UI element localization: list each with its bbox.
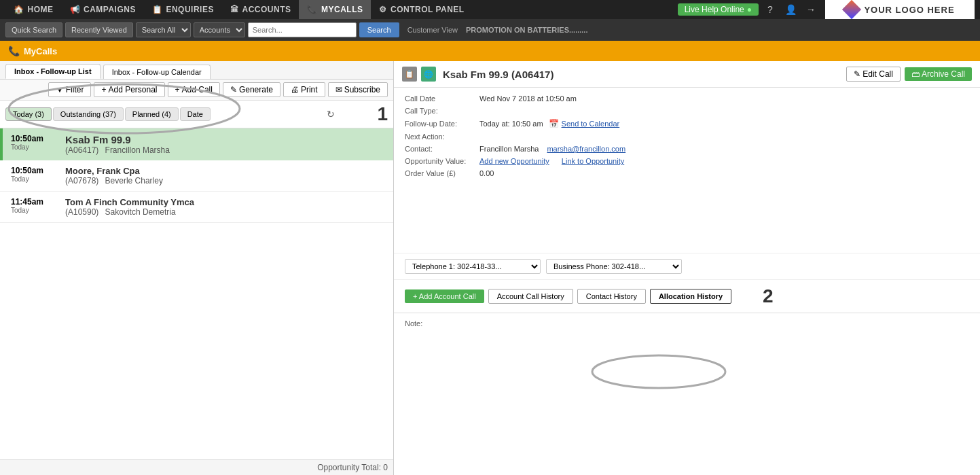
live-help-label: Live Help Online	[685, 5, 744, 14]
call-item-2-content: 10:50am Today Moore, Frank Cpa (A07678) …	[3, 160, 393, 191]
left-panel: Inbox - Follow-up List Inbox - Follow-up…	[0, 61, 394, 475]
call-sub-3: (A10590) Sakovitch Demetria	[65, 207, 194, 217]
search-go-button[interactable]: Search	[359, 22, 399, 37]
main-content: Inbox - Follow-up List Inbox - Follow-up…	[0, 61, 980, 475]
logo-diamond	[842, 0, 861, 19]
edit-icon: ✎	[854, 69, 860, 79]
account-icon-btn[interactable]: 📋	[402, 67, 417, 82]
customer-view-link[interactable]: Customer View	[407, 26, 458, 34]
nav-item-home[interactable]: 🏠 HOME	[5, 0, 62, 19]
phone1-select[interactable]: Telephone 1: 302-418-33...	[405, 259, 541, 274]
subtab-planned[interactable]: Planned (4)	[125, 107, 179, 121]
allocation-history-button[interactable]: Allocation History	[650, 289, 731, 304]
add-call-button[interactable]: + Add Call	[168, 82, 220, 97]
action-buttons-row: + Add Account Call Account Call History …	[394, 280, 980, 313]
search-bar: Quick Search Recently Viewed Search All …	[0, 19, 980, 41]
subtab-date[interactable]: Date	[180, 107, 211, 121]
left-action-bar: ▼ Filter + Add Personal + Add Call ✎ Gen…	[0, 80, 393, 101]
next-action-label: Next Action:	[405, 133, 479, 141]
nav-item-campaigns[interactable]: 📢 CAMPAIGNS	[62, 0, 144, 19]
call-item-3-content: 11:45am Today Tom A Finch Community Ymca…	[3, 192, 393, 222]
call-date-value: Wed Nov 7 2018 at 10:50 am	[479, 94, 577, 103]
call-time-1: 10:50am Today	[11, 134, 65, 151]
call-date-label: Call Date	[405, 94, 479, 103]
account-call-history-button[interactable]: Account Call History	[488, 289, 573, 304]
subtab-today[interactable]: Today (3)	[5, 107, 52, 121]
quick-search-button[interactable]: Quick Search	[5, 22, 62, 37]
call-sub-1: (A06417) Francillon Marsha	[65, 145, 170, 155]
send-to-calendar-link[interactable]: Send to Calendar	[562, 120, 620, 128]
phone2-select[interactable]: Business Phone: 302-418...	[546, 259, 682, 274]
call-item-1[interactable]: 10:50am Today Ksab Fm 99.9 (A06417) Fran…	[0, 128, 393, 160]
call-time-2: 10:50am Today	[11, 166, 65, 183]
right-panel: 📋 🌐 Ksab Fm 99.9 (A06417) ✎ Edit Call 🗃 …	[394, 61, 980, 475]
globe-icon-btn[interactable]: 🌐	[421, 67, 436, 82]
refresh-icon[interactable]: ↻	[327, 109, 335, 120]
detail-order-value: Order Value (£) 0.00	[405, 169, 969, 177]
call-info-2: Moore, Frank Cpa (A07678) Beverle Charle…	[65, 166, 163, 186]
nav-item-enquiries[interactable]: 📋 ENQUIRIES	[144, 0, 222, 19]
generate-icon: ✎	[230, 85, 237, 94]
add-account-call-button[interactable]: + Add Account Call	[405, 289, 484, 303]
call-name-2: Moore, Frank Cpa	[65, 166, 163, 176]
nav-item-accounts[interactable]: 🏛 ACCOUNTS	[222, 0, 300, 19]
generate-button[interactable]: ✎ Generate	[223, 82, 280, 97]
call-item-3[interactable]: 11:45am Today Tom A Finch Community Ymca…	[0, 192, 393, 223]
add-personal-button[interactable]: + Add Personal	[94, 82, 164, 97]
live-help-indicator: ●	[747, 5, 752, 14]
call-item-2[interactable]: 10:50am Today Moore, Frank Cpa (A07678) …	[0, 160, 393, 192]
call-info-3: Tom A Finch Community Ymca (A10590) Sako…	[65, 197, 194, 217]
filter-icon: ▼	[56, 85, 64, 94]
call-list: 10:50am Today Ksab Fm 99.9 (A06417) Fran…	[0, 128, 393, 459]
sub-tabs-row: Today (3) Outstanding (37) Planned (4) D…	[0, 101, 393, 128]
order-value-label: Order Value (£)	[405, 169, 479, 177]
archive-icon: 🗃	[911, 69, 920, 79]
edit-call-button[interactable]: ✎ Edit Call	[846, 67, 901, 82]
search-input[interactable]	[248, 22, 357, 37]
accounts-icon: 🏛	[230, 5, 239, 14]
filter-button[interactable]: ▼ Filter	[48, 82, 92, 97]
logout-button[interactable]: →	[802, 1, 820, 18]
page-wrapper: 🏠 HOME 📢 CAMPAIGNS 📋 ENQUIRIES 🏛 ACCOUNT…	[0, 0, 980, 475]
add-call-icon: +	[175, 85, 180, 94]
contact-email-link[interactable]: marsha@francillon.com	[547, 145, 625, 153]
link-to-opp-link[interactable]: Link to Opportunity	[562, 157, 624, 165]
detail-contact: Contact: Francillon Marsha marsha@franci…	[405, 145, 969, 153]
accounts-dropdown[interactable]: Accounts	[194, 22, 245, 37]
subtab-outstanding[interactable]: Outstanding (37)	[53, 107, 124, 121]
add-new-opp-link[interactable]: Add new Opportunity	[479, 157, 549, 165]
call-time-3: 11:45am Today	[11, 197, 65, 214]
archive-call-button[interactable]: 🗃 Archive Call	[905, 67, 972, 81]
nav-item-controlpanel[interactable]: ⚙ CONTROL PANEL	[371, 0, 472, 19]
contact-name: Francillon Marsha	[479, 145, 539, 153]
help-button[interactable]: ?	[761, 1, 779, 18]
detail-followup: Follow-up Date: Today at: 10:50 am 📅 Sen…	[405, 119, 969, 128]
search-all-dropdown[interactable]: Search All	[136, 22, 191, 37]
mycalls-icon: 📞	[307, 5, 318, 14]
order-value-value: 0.00	[479, 169, 494, 177]
call-name-1: Ksab Fm 99.9	[65, 134, 170, 145]
annotation-1: 1	[377, 103, 388, 125]
left-footer: Opportunity Total: 0	[0, 459, 393, 475]
enquiries-icon: 📋	[152, 5, 163, 14]
tab-inbox-list[interactable]: Inbox - Follow-up List	[5, 64, 101, 79]
annotation-2: 2	[763, 285, 774, 307]
mycalls-header-icon: 📞	[8, 46, 20, 56]
promo-text: PROMOTION ON BATTERIES.........	[466, 26, 587, 34]
recently-viewed-button[interactable]: Recently Viewed	[65, 22, 133, 37]
opportunity-total: Opportunity Total: 0	[317, 463, 388, 472]
right-header: 📋 🌐 Ksab Fm 99.9 (A06417) ✎ Edit Call 🗃 …	[394, 61, 980, 88]
mycalls-header: 📞 MyCalls	[0, 41, 980, 61]
call-item-1-content: 10:50am Today Ksab Fm 99.9 (A06417) Fran…	[3, 128, 393, 160]
subscribe-button[interactable]: ✉ Subscribe	[328, 82, 388, 97]
contact-history-button[interactable]: Contact History	[577, 289, 646, 304]
tab-inbox-calendar[interactable]: Inbox - Follow-up Calendar	[103, 65, 211, 79]
live-help-button[interactable]: Live Help Online ●	[678, 3, 759, 16]
user-button[interactable]: 👤	[782, 1, 799, 18]
followup-value: Today at: 10:50 am	[479, 120, 543, 128]
call-type-label: Call Type:	[405, 107, 479, 115]
print-button[interactable]: 🖨 Print	[283, 82, 325, 97]
detail-section: Call Date Wed Nov 7 2018 at 10:50 am Cal…	[394, 88, 980, 253]
nav-item-mycalls[interactable]: 📞 MYCALLS	[299, 0, 371, 19]
call-name-3: Tom A Finch Community Ymca	[65, 197, 194, 207]
